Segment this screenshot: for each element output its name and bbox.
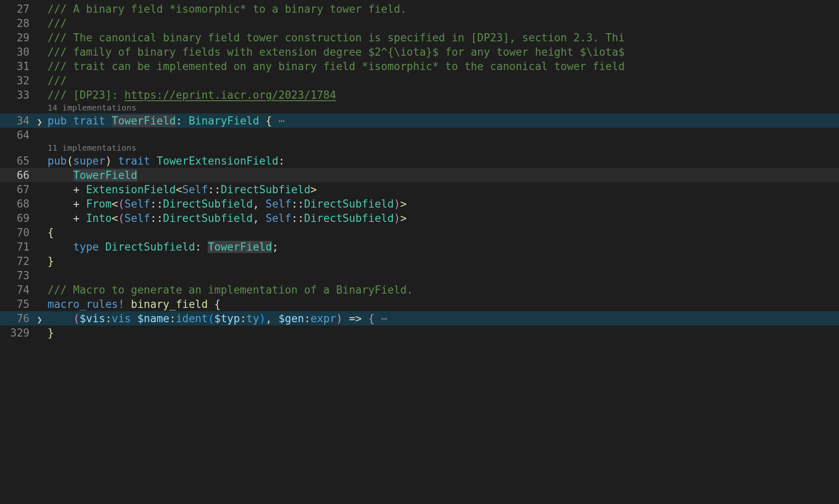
code-editor[interactable]: 27 /// A binary field *isomorphic* to a …: [0, 0, 839, 340]
chevron-right-icon: ❯: [37, 315, 42, 324]
brace: {: [214, 298, 221, 310]
keyword: pub: [48, 155, 67, 167]
macro-var: $gen: [279, 312, 304, 325]
code-line[interactable]: 72 }: [0, 254, 839, 268]
paren: (: [208, 312, 214, 325]
code-text: }: [48, 255, 54, 267]
indent: +: [48, 198, 86, 210]
paren: (: [118, 198, 125, 210]
space: [99, 241, 105, 253]
comment: /// [DP23]:: [48, 89, 125, 101]
type-name: TowerExtensionField: [156, 155, 278, 167]
code-text: ($vis:vis $name:ident($typ:ty), $gen:exp…: [48, 312, 388, 325]
brace: }: [48, 327, 54, 339]
angle: >: [400, 198, 407, 210]
punct: :: [279, 155, 285, 167]
code-line[interactable]: 69 + Into<(Self::DirectSubfield, Self::D…: [0, 211, 839, 225]
punct: ::: [291, 212, 304, 224]
codelens[interactable]: 14 implementations: [0, 102, 839, 113]
indent: [48, 312, 73, 325]
punct: ::: [291, 198, 304, 210]
code-text: TowerField: [48, 169, 137, 181]
comment: /// A binary field *isomorphic* to a bin…: [48, 3, 407, 15]
code-line[interactable]: 68 + From<(Self::DirectSubfield, Self::D…: [0, 197, 839, 211]
punct: :: [169, 312, 176, 325]
folded-code-icon[interactable]: ⋯: [272, 115, 285, 127]
code-line[interactable]: 27 /// A binary field *isomorphic* to a …: [0, 2, 839, 16]
angle: <: [112, 198, 118, 210]
assoc-type: DirectSubfield: [163, 212, 253, 224]
indent: [48, 241, 73, 253]
code-text: /// [DP23]: https://eprint.iacr.org/2023…: [48, 89, 336, 101]
line-number: 65: [0, 155, 37, 167]
doc-link[interactable]: https://eprint.iacr.org/2023/1784: [125, 89, 336, 101]
code-line[interactable]: 74 /// Macro to generate an implementati…: [0, 283, 839, 297]
line-number: 28: [0, 17, 37, 29]
code-line[interactable]: 70 {: [0, 225, 839, 240]
code-line[interactable]: 33 /// [DP23]: https://eprint.iacr.org/2…: [0, 88, 839, 102]
type-name: TowerField: [73, 169, 138, 181]
comment: /// Macro to generate an implementation …: [48, 284, 413, 296]
code-line[interactable]: 29 /// The canonical binary field tower …: [0, 30, 839, 45]
space: [131, 312, 138, 325]
code-line[interactable]: 28 ///: [0, 16, 839, 30]
assoc-type: DirectSubfield: [105, 241, 195, 253]
fragment-spec: ident: [176, 312, 208, 325]
code-line[interactable]: 32 ///: [0, 73, 839, 88]
angle: >: [311, 183, 317, 196]
code-line[interactable]: 64: [0, 128, 839, 142]
code-line[interactable]: 76 ❯ ($vis:vis $name:ident($typ:ty), $ge…: [0, 311, 839, 325]
type-name: Into: [86, 212, 112, 224]
code-line[interactable]: 30 /// family of binary fields with exte…: [0, 45, 839, 59]
keyword: type: [73, 241, 99, 253]
punct: [259, 115, 266, 127]
keyword: Self: [265, 212, 291, 224]
punct: ::: [208, 183, 220, 196]
assoc-type: DirectSubfield: [163, 198, 253, 210]
line-number: 33: [0, 89, 37, 101]
line-number: 329: [0, 327, 37, 339]
paren: (: [73, 312, 80, 325]
code-line[interactable]: 329 }: [0, 325, 839, 340]
paren: ): [394, 198, 400, 210]
code-line[interactable]: 31 /// trait can be implemented on any b…: [0, 59, 839, 73]
indent: +: [48, 183, 86, 196]
code-text: macro_rules! binary_field {: [48, 298, 221, 310]
assoc-type: DirectSubfield: [221, 183, 311, 196]
keyword: Self: [125, 212, 150, 224]
code-text: + From<(Self::DirectSubfield, Self::Dire…: [48, 198, 407, 210]
angle: >: [400, 212, 407, 224]
line-number: 34: [0, 115, 37, 127]
punct: ::: [150, 198, 163, 210]
punct: :: [195, 241, 208, 253]
type-name: ExtensionField: [86, 183, 176, 196]
code-text: + ExtensionField<Self::DirectSubfield>: [48, 183, 317, 196]
code-line[interactable]: 34 ❯ pub trait TowerField: BinaryField {…: [0, 113, 839, 128]
indent: [48, 169, 73, 181]
code-line[interactable]: 65 pub(super) trait TowerExtensionField:: [0, 154, 839, 168]
code-line[interactable]: 71 type DirectSubfield: TowerField;: [0, 240, 839, 254]
punct: ,: [265, 312, 278, 325]
code-line[interactable]: 73: [0, 268, 839, 283]
punct: :: [304, 312, 311, 325]
code-line-current[interactable]: 66 TowerField: [0, 168, 839, 182]
folded-code-icon[interactable]: ⋯: [374, 312, 387, 325]
codelens[interactable]: 11 implementations: [0, 142, 839, 154]
line-number: 32: [0, 75, 37, 87]
code-line[interactable]: 67 + ExtensionField<Self::DirectSubfield…: [0, 182, 839, 197]
punct: ,: [253, 212, 265, 224]
line-number: 30: [0, 46, 37, 58]
fold-chevron-icon[interactable]: ❯: [37, 115, 48, 127]
fragment-spec: ty: [246, 312, 259, 325]
fold-chevron-icon[interactable]: ❯: [37, 312, 48, 325]
line-number: 72: [0, 255, 37, 267]
brace: {: [368, 312, 375, 325]
indent: +: [48, 212, 86, 224]
code-text: {: [48, 226, 54, 239]
punct: ,: [253, 198, 265, 210]
code-text: + Into<(Self::DirectSubfield, Self::Dire…: [48, 212, 407, 224]
type-name: BinaryField: [188, 115, 259, 127]
comment: ///: [48, 75, 67, 87]
space: [208, 298, 214, 310]
code-line[interactable]: 75 macro_rules! binary_field {: [0, 297, 839, 311]
